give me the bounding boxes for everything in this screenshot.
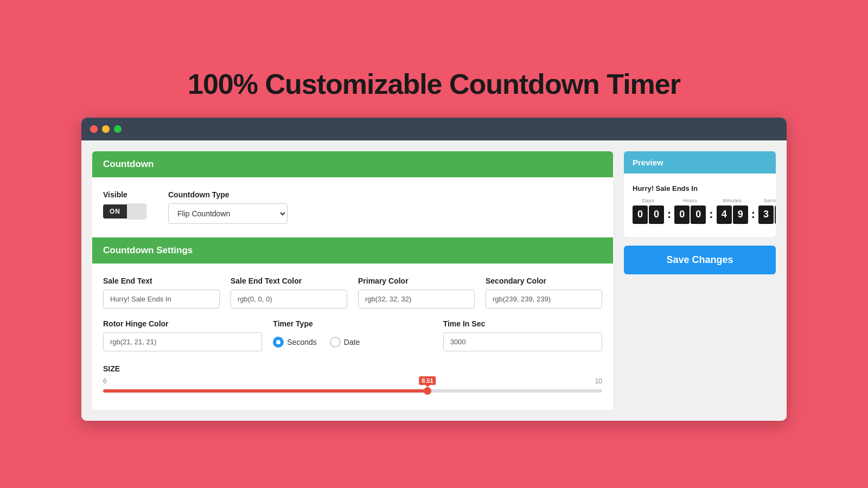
- radio-date-circle[interactable]: [330, 337, 341, 348]
- secondary-color-group: Secondary Color: [486, 277, 602, 309]
- days-label: Days: [642, 198, 655, 203]
- timer-type-label: Timer Type: [273, 319, 432, 328]
- secondary-color-input[interactable]: [486, 290, 602, 309]
- save-changes-button[interactable]: Save Changes: [624, 246, 776, 274]
- settings-section-header: Countdown Settings: [92, 237, 613, 264]
- countdown-seconds: Seconds 3 6: [758, 198, 776, 224]
- countdown-section: Countdown Visible ON Countdown Type: [92, 151, 613, 237]
- days-digit-1: 0: [633, 206, 648, 224]
- countdown-minutes: Minutes 4 9: [717, 198, 748, 224]
- seconds-digit-1: 3: [758, 206, 774, 224]
- time-in-sec-input[interactable]: [443, 332, 602, 351]
- minimize-dot[interactable]: [102, 125, 110, 133]
- rotor-hinge-color-input[interactable]: [103, 332, 262, 351]
- radio-seconds-label: Seconds: [287, 338, 316, 346]
- hours-digit-2: 0: [691, 206, 706, 224]
- radio-date[interactable]: Date: [330, 337, 360, 348]
- hurry-text: Hurry! Sale Ends In: [633, 184, 767, 192]
- main-panel: Countdown Visible ON Countdown Type: [92, 151, 613, 410]
- radio-seconds-circle[interactable]: [273, 337, 284, 348]
- rotor-hinge-color-group: Rotor Hinge Color: [103, 319, 262, 351]
- hours-label: Hours: [683, 198, 698, 203]
- seconds-label: Seconds: [764, 198, 776, 203]
- minutes-label: Minutes: [723, 198, 742, 203]
- window-titlebar: [81, 118, 787, 140]
- preview-panel: Preview Hurry! Sale Ends In Days 0 0 :: [624, 151, 776, 410]
- slider-thumb[interactable]: [424, 387, 431, 395]
- size-section: SIZE 6 10 8.51: [103, 364, 602, 397]
- toggle-container[interactable]: ON: [103, 203, 146, 220]
- countdown-type-label: Countdown Type: [168, 190, 288, 199]
- time-in-sec-label: Time In Sec: [443, 319, 602, 328]
- size-label: SIZE: [103, 364, 120, 373]
- toggle-off[interactable]: [127, 203, 146, 220]
- primary-color-group: Primary Color: [358, 277, 475, 309]
- countdown-days: Days 0 0: [633, 198, 664, 224]
- countdown-type-select[interactable]: Flip Countdown Simple Countdown Circle C…: [168, 203, 288, 224]
- page-title: 100% Customizable Countdown Timer: [188, 68, 680, 100]
- days-digit-2: 0: [649, 206, 664, 224]
- settings-grid-row1: Sale End Text Sale End Text Color Primar…: [103, 277, 602, 309]
- settings-body: Sale End Text Sale End Text Color Primar…: [92, 264, 613, 410]
- app-window: Countdown Visible ON Countdown Type: [81, 118, 787, 421]
- timer-type-group: Timer Type Seconds Date: [273, 319, 432, 348]
- colon-days-hours: :: [666, 207, 672, 221]
- maximize-dot[interactable]: [114, 125, 122, 133]
- rotor-hinge-color-label: Rotor Hinge Color: [103, 319, 262, 328]
- primary-color-label: Primary Color: [358, 277, 475, 285]
- minutes-digit-1: 4: [717, 206, 732, 224]
- countdown-display: Days 0 0 : Hours 0 0: [633, 198, 767, 224]
- countdown-type-group: Countdown Type Flip Countdown Simple Cou…: [168, 190, 288, 224]
- preview-body: Hurry! Sale Ends In Days 0 0 :: [624, 174, 776, 237]
- countdown-section-header: Countdown: [92, 151, 613, 177]
- sale-end-text-color-group: Sale End Text Color: [231, 277, 347, 309]
- colon-minutes-seconds: :: [750, 207, 756, 221]
- sale-end-text-input[interactable]: [103, 290, 220, 309]
- minutes-digit-2: 9: [733, 206, 748, 224]
- radio-options: Seconds Date: [273, 332, 432, 348]
- hours-digit-1: 0: [674, 206, 690, 224]
- radio-seconds[interactable]: Seconds: [273, 337, 316, 348]
- days-digits: 0 0: [633, 206, 664, 224]
- seconds-digit-2: 6: [775, 206, 776, 224]
- sale-end-text-color-input[interactable]: [231, 290, 347, 309]
- sale-end-text-group: Sale End Text: [103, 277, 220, 309]
- visible-group: Visible ON: [103, 190, 146, 220]
- settings-grid-row2: Rotor Hinge Color Timer Type Seconds: [103, 319, 602, 351]
- visible-label: Visible: [103, 190, 146, 199]
- secondary-color-label: Secondary Color: [486, 277, 602, 285]
- colon-hours-minutes: :: [708, 207, 714, 221]
- slider-value-badge: 8.51: [419, 376, 436, 385]
- countdown-section-body: Visible ON Countdown Type Flip Countdown…: [92, 177, 613, 237]
- toggle-on[interactable]: ON: [103, 204, 127, 219]
- sale-end-text-color-label: Sale End Text Color: [231, 277, 347, 285]
- size-max: 10: [595, 377, 602, 385]
- radio-date-label: Date: [344, 338, 360, 346]
- hours-digits: 0 0: [674, 206, 706, 224]
- close-dot[interactable]: [90, 125, 98, 133]
- slider-fill: [103, 389, 427, 393]
- settings-section: Countdown Settings Sale End Text Sale En…: [92, 237, 613, 410]
- countdown-hours: Hours 0 0: [674, 198, 706, 224]
- size-min: 6: [103, 377, 107, 385]
- preview-card: Preview Hurry! Sale Ends In Days 0 0 :: [624, 151, 776, 237]
- preview-header: Preview: [624, 151, 776, 174]
- slider-track: [103, 389, 602, 393]
- seconds-digits: 3 6: [758, 206, 776, 224]
- time-in-sec-group: Time In Sec: [443, 319, 602, 351]
- minutes-digits: 4 9: [717, 206, 748, 224]
- slider-container: 8.51: [103, 389, 602, 393]
- window-body: Countdown Visible ON Countdown Type: [81, 140, 787, 421]
- primary-color-input[interactable]: [358, 290, 475, 309]
- sale-end-text-label: Sale End Text: [103, 277, 220, 285]
